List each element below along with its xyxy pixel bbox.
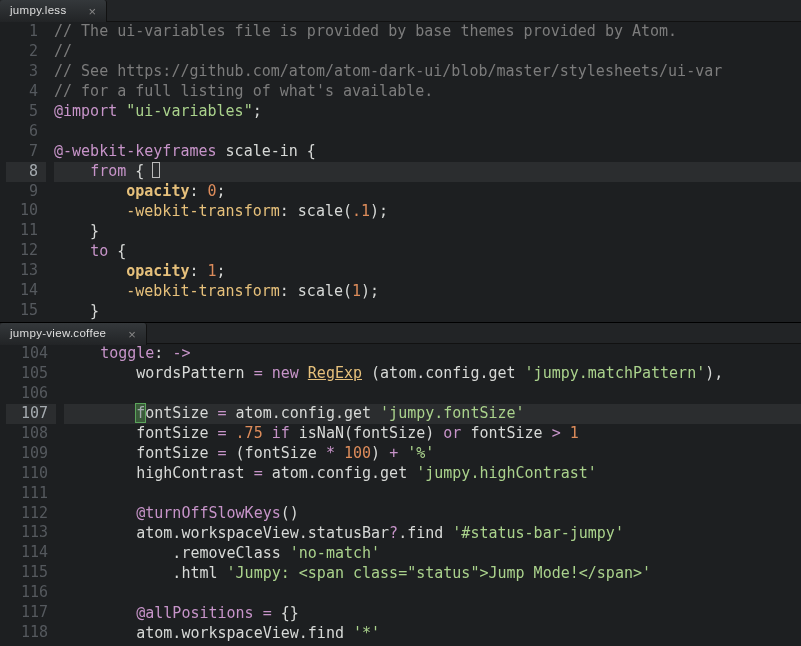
code-token: @allPositions — [136, 604, 253, 622]
line-number: 3 — [6, 62, 46, 82]
code-line[interactable]: // The ui-variables file is provided by … — [54, 22, 801, 42]
code-token: ; — [217, 182, 226, 200]
line-number: 11 — [6, 221, 46, 241]
code-line[interactable] — [64, 384, 801, 404]
code-token: = — [263, 604, 272, 622]
code-line[interactable]: // See https://github.com/atom/atom-dark… — [54, 62, 801, 82]
code-token: .75 — [236, 424, 263, 442]
code-line[interactable]: -webkit-transform: scale(1); — [54, 282, 801, 302]
code-token: () — [281, 504, 299, 522]
gutter-2: 1041051061071081091101111121131141151161… — [0, 344, 64, 646]
code-line[interactable]: fontSize = atom.config.get 'jumpy.fontSi… — [64, 404, 801, 424]
code-token — [54, 242, 90, 260]
code-line[interactable]: // — [54, 42, 801, 62]
code-line[interactable]: opacity: 1; — [54, 262, 801, 282]
code-token: to — [90, 242, 108, 260]
line-number: 109 — [6, 444, 56, 464]
code-line[interactable]: opacity: 0; — [54, 182, 801, 202]
code-token: 100 — [344, 444, 371, 462]
code-line[interactable] — [64, 584, 801, 604]
code-token: : — [280, 282, 298, 300]
code-line[interactable]: .removeClass 'no-match' — [64, 544, 801, 564]
code-token: // The ui-variables file is provided by … — [54, 22, 677, 40]
code-line[interactable]: to { — [54, 242, 801, 262]
code-line[interactable]: from { — [54, 162, 801, 182]
code-token — [335, 444, 344, 462]
code-token: 'jumpy.fontSize' — [380, 404, 525, 422]
line-number: 110 — [6, 464, 56, 484]
code-token: + — [389, 444, 398, 462]
code-area-2[interactable]: toggle: -> wordsPattern = new RegExp (at… — [64, 344, 801, 646]
code-token: @turnOffSlowKeys — [136, 504, 281, 522]
code-token — [117, 102, 126, 120]
tab-jumpy-less[interactable]: jumpy.less × — [0, 0, 107, 22]
close-icon[interactable]: × — [128, 328, 136, 341]
code-token: .find — [398, 524, 452, 542]
text-cursor — [152, 162, 160, 178]
code-line[interactable]: @-webkit-keyframes scale-in { — [54, 142, 801, 162]
code-token: = — [218, 424, 227, 442]
code-token: * — [326, 444, 335, 462]
code-token: '*' — [353, 624, 380, 642]
code-token: ( — [343, 282, 352, 300]
code-token: 1 — [208, 262, 217, 280]
code-line[interactable]: fontSize = (fontSize * 100) + '%' — [64, 444, 801, 464]
code-token: 'Jumpy: <span class="status">Jump Mode!<… — [227, 564, 651, 582]
tab-jumpy-view-coffee[interactable]: jumpy-view.coffee × — [0, 323, 147, 345]
code-token: = — [254, 364, 263, 382]
code-token: '#status-bar-jumpy' — [452, 524, 624, 542]
code-token — [54, 282, 126, 300]
code-token: ( — [343, 202, 352, 220]
code-line[interactable] — [64, 484, 801, 504]
code-line[interactable] — [54, 122, 801, 142]
code-line[interactable]: atom.workspaceView.find '*' — [64, 624, 801, 644]
code-line[interactable]: @allPositions = {} — [64, 604, 801, 624]
code-token — [54, 182, 126, 200]
code-token: fontSize — [64, 424, 218, 442]
code-line[interactable]: @import "ui-variables"; — [54, 102, 801, 122]
code-line[interactable]: .html 'Jumpy: <span class="status">Jump … — [64, 564, 801, 584]
code-line[interactable]: // for a full listing of what's availabl… — [54, 82, 801, 102]
line-number: 118 — [6, 623, 56, 643]
code-line[interactable]: toggle: -> — [64, 344, 801, 364]
code-line[interactable]: atom.workspaceView.statusBar?.find '#sta… — [64, 524, 801, 544]
line-number: 9 — [6, 182, 46, 202]
code-token: // — [54, 42, 72, 60]
line-number: 5 — [6, 102, 46, 122]
editor-pane-2[interactable]: 1041051061071081091101111121131141151161… — [0, 344, 801, 646]
code-token: @import — [54, 102, 117, 120]
tab-title: jumpy-view.coffee — [10, 326, 106, 341]
code-token: -> — [172, 344, 190, 362]
code-token: ; — [217, 262, 226, 280]
code-token: { — [298, 142, 316, 160]
code-token: opacity — [126, 262, 189, 280]
code-token: = — [254, 464, 263, 482]
code-token: .1 — [352, 202, 370, 220]
code-line[interactable]: @turnOffSlowKeys() — [64, 504, 801, 524]
code-line[interactable]: wordsPattern = new RegExp (atom.config.g… — [64, 364, 801, 384]
code-area-1[interactable]: // The ui-variables file is provided by … — [54, 22, 801, 322]
code-token: } — [54, 222, 99, 240]
code-token: "ui-variables" — [126, 102, 252, 120]
code-token: = — [218, 404, 227, 422]
code-token: scale — [298, 282, 343, 300]
code-token: ); — [370, 202, 388, 220]
code-token: atom.config.get — [227, 404, 381, 422]
code-line[interactable]: fontSize = .75 if isNaN(fontSize) or fon… — [64, 424, 801, 444]
code-token: atom.config.get — [263, 464, 417, 482]
code-token — [227, 424, 236, 442]
code-token: ? — [389, 524, 398, 542]
code-token: {} — [272, 604, 299, 622]
code-token: 1 — [352, 282, 361, 300]
code-line[interactable]: } — [54, 222, 801, 242]
code-token: // See https://github.com/atom/atom-dark… — [54, 62, 722, 80]
editor-pane-1[interactable]: 123456789101112131415 // The ui-variable… — [0, 22, 801, 322]
line-number: 10 — [6, 201, 46, 221]
code-line[interactable]: -webkit-transform: scale(.1); — [54, 202, 801, 222]
code-line[interactable]: highContrast = atom.config.get 'jumpy.hi… — [64, 464, 801, 484]
code-line[interactable]: } — [54, 302, 801, 322]
close-icon[interactable]: × — [88, 5, 96, 18]
code-token: > — [552, 424, 561, 442]
code-token: : — [189, 262, 207, 280]
code-token: scale-in — [226, 142, 298, 160]
